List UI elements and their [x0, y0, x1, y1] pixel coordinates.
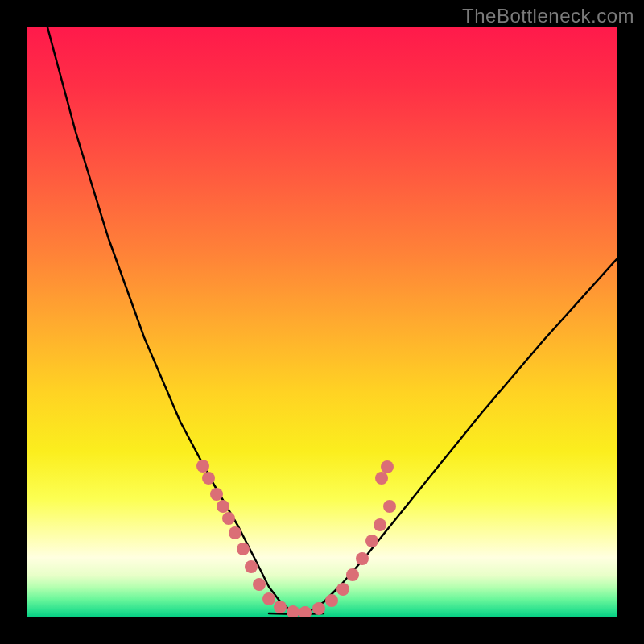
data-dot: [217, 500, 229, 513]
data-dot: [196, 460, 209, 473]
curve-group: [47, 27, 617, 614]
data-dot: [336, 583, 349, 596]
data-dot: [312, 602, 325, 615]
data-dot: [346, 568, 359, 581]
curve-left-curve: [47, 27, 299, 613]
data-dot: [299, 606, 312, 617]
data-dot: [287, 605, 299, 617]
data-dot: [374, 518, 386, 531]
data-dot: [325, 594, 338, 607]
dot-group: [196, 460, 396, 617]
chart-frame: TheBottleneck.com: [0, 0, 644, 644]
data-dot: [365, 535, 378, 547]
data-dot: [383, 500, 396, 513]
chart-svg: [27, 27, 617, 617]
data-dot: [375, 472, 388, 485]
data-dot: [202, 472, 215, 485]
data-dot: [381, 460, 394, 473]
data-dot: [229, 526, 242, 539]
data-dot: [222, 512, 235, 525]
watermark-text: TheBottleneck.com: [462, 5, 634, 27]
data-dot: [356, 552, 369, 565]
data-dot: [274, 601, 287, 613]
data-dot: [262, 592, 275, 605]
plot-area: [27, 27, 617, 617]
data-dot: [253, 578, 266, 591]
curve-right-curve: [299, 259, 617, 613]
data-dot: [210, 488, 223, 501]
data-dot: [245, 560, 258, 573]
data-dot: [237, 543, 250, 555]
